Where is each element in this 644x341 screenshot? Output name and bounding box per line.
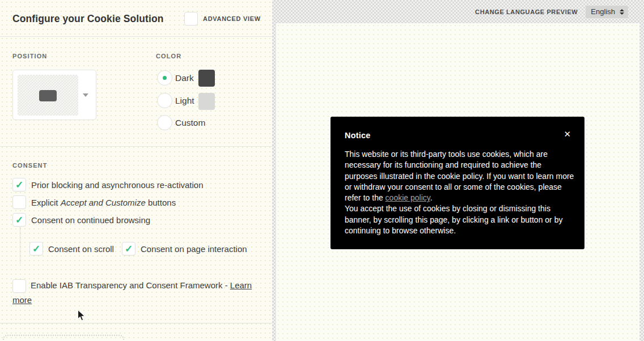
- notice-text-3: You accept the use of cookies by closing…: [345, 204, 562, 235]
- consent-row-continued-browsing: ✓ Consent on continued browsing: [12, 213, 150, 227]
- position-banner-chip: [39, 90, 57, 101]
- light-color-swatch: [198, 93, 215, 110]
- prior-blocking-checkbox[interactable]: ✓: [12, 178, 26, 191]
- continued-browsing-label[interactable]: Consent on continued browsing: [31, 215, 150, 225]
- configurator-panel: Configure your Cookie Solution ✓ ADVANCE…: [0, 0, 272, 341]
- label-prefix: Explicit: [31, 198, 61, 207]
- chevron-down-icon: [83, 93, 88, 97]
- consent-row-scroll: ✓ Consent on scroll: [29, 242, 114, 255]
- consent-on-scroll-checkbox[interactable]: ✓: [29, 242, 43, 255]
- dark-radio[interactable]: [157, 70, 172, 86]
- prior-blocking-label[interactable]: Prior blocking and asynchronous re-activ…: [31, 180, 204, 190]
- close-icon[interactable]: ✕: [564, 130, 571, 138]
- preview-topbar: CHANGE LANGUAGE PREVIEW English: [272, 0, 644, 23]
- consent-on-scroll-label[interactable]: Consent on scroll: [48, 244, 114, 254]
- nesting-guide-line: [20, 227, 20, 263]
- consent-row-prior-blocking: ✓ Prior blocking and asynchronous re-act…: [12, 178, 204, 191]
- check-icon: ✓: [125, 244, 133, 254]
- advanced-view-checkbox[interactable]: ✓: [184, 12, 198, 25]
- check-icon: ✓: [32, 244, 40, 254]
- iab-framework-checkbox[interactable]: ✓: [12, 279, 26, 293]
- change-language-label: CHANGE LANGUAGE PREVIEW: [475, 8, 578, 15]
- select-updown-icon: [620, 9, 624, 15]
- check-icon: ✓: [15, 180, 23, 190]
- consent-row-explicit-buttons: ✓ Explicit Accept and Customize buttons: [12, 195, 176, 209]
- dark-radio-label[interactable]: Dark: [175, 73, 194, 83]
- notice-text-2: .: [430, 193, 433, 202]
- explicit-buttons-label[interactable]: Explicit Accept and Customize buttons: [31, 198, 176, 207]
- cookie-notice-banner: Notice ✕ This website or its third-party…: [331, 117, 584, 249]
- light-radio-label[interactable]: Light: [175, 96, 194, 106]
- section-divider: [0, 146, 272, 147]
- website-preview-page: Notice ✕ This website or its third-party…: [276, 23, 639, 341]
- custom-radio[interactable]: [157, 115, 172, 130]
- dark-color-swatch: [198, 70, 215, 87]
- preview-panel: CHANGE LANGUAGE PREVIEW English Notice ✕…: [272, 0, 644, 341]
- label-suffix: buttons: [146, 198, 176, 207]
- position-section-label: POSITION: [12, 53, 47, 59]
- page-title: Configure your Cookie Solution: [12, 13, 163, 25]
- embed-section-peek: [3, 335, 124, 341]
- position-selector-dropdown[interactable]: [12, 70, 96, 120]
- language-select-value: English: [591, 7, 615, 16]
- consent-section-label: CONSENT: [12, 162, 47, 169]
- label-italic: Accept and Customize: [61, 198, 146, 207]
- position-preview-area: [18, 75, 78, 116]
- configurator-header: Configure your Cookie Solution ✓ ADVANCE…: [0, 0, 272, 37]
- iab-framework-row: ✓ Enable IAB Transparency and Consent Fr…: [12, 278, 257, 308]
- color-section-label: COLOR: [156, 53, 181, 59]
- custom-radio-label[interactable]: Custom: [175, 118, 205, 128]
- continued-browsing-checkbox[interactable]: ✓: [12, 213, 26, 227]
- color-option-light: Light: [157, 93, 194, 108]
- check-icon: ✓: [15, 215, 23, 225]
- page-interaction-checkbox[interactable]: ✓: [122, 242, 135, 255]
- bottom-divider: [0, 323, 272, 323]
- notice-text-1: This website or its third-party tools us…: [345, 150, 574, 202]
- light-radio[interactable]: [157, 93, 172, 108]
- advanced-view-label[interactable]: ADVANCED VIEW: [203, 15, 261, 22]
- notice-title: Notice: [345, 131, 570, 140]
- explicit-buttons-checkbox[interactable]: ✓: [12, 195, 26, 209]
- iab-framework-label[interactable]: Enable IAB Transparency and Consent Fram…: [31, 280, 230, 290]
- color-option-custom: Custom: [157, 115, 205, 130]
- cookie-policy-link[interactable]: cookie policy: [385, 193, 430, 202]
- consent-row-page-interaction: ✓ Consent on page interaction: [122, 242, 247, 255]
- language-select[interactable]: English: [586, 6, 628, 18]
- color-option-dark: Dark: [157, 70, 194, 86]
- cookie-solution-configurator: Configure your Cookie Solution ✓ ADVANCE…: [0, 0, 644, 341]
- notice-body: This website or its third-party tools us…: [345, 149, 575, 236]
- page-interaction-label[interactable]: Consent on page interaction: [141, 244, 247, 254]
